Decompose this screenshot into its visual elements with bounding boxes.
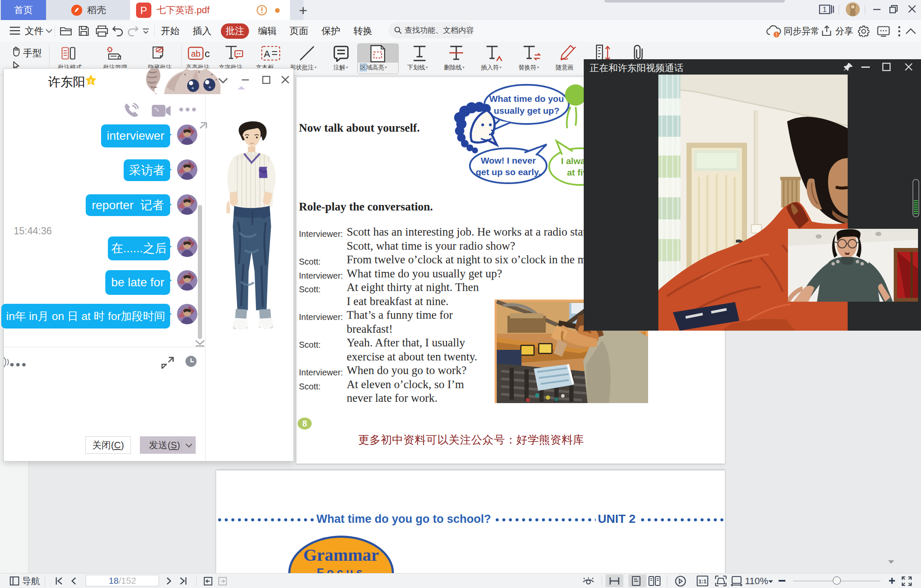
svg-text:c: c bbox=[205, 48, 210, 59]
svg-text:A: A bbox=[264, 49, 270, 59]
svg-text:P: P bbox=[140, 5, 147, 16]
svg-text:1:1: 1:1 bbox=[698, 578, 707, 585]
svg-text:z: z bbox=[90, 78, 93, 84]
svg-text:ab: ab bbox=[191, 49, 200, 58]
svg-text:!: ! bbox=[776, 32, 777, 38]
svg-text:1: 1 bbox=[823, 6, 826, 14]
